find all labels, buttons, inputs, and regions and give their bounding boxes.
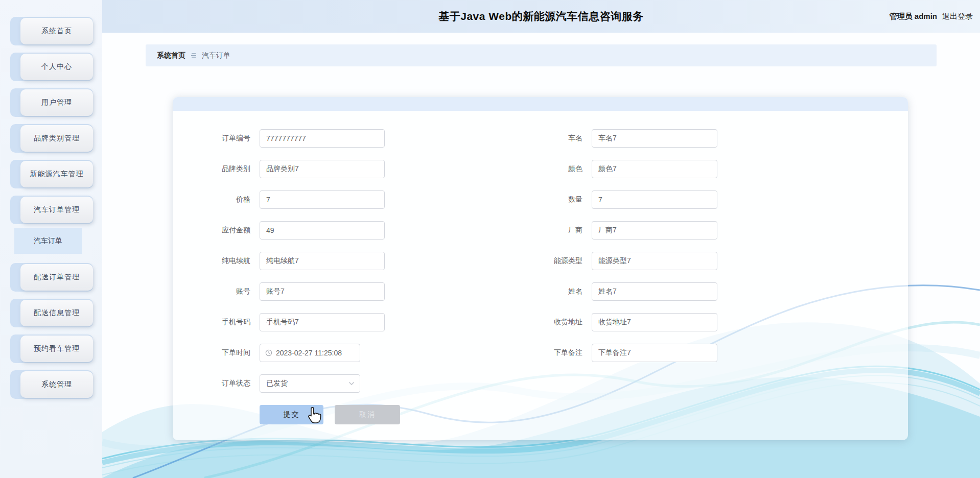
form-row-order-number: 订单编号 [182, 129, 400, 148]
sidebar-item-label: 预约看车管理 [20, 336, 93, 362]
form-row-shipping-address: 收货地址 [514, 313, 717, 331]
sidebar-item-appointment-viewing-management[interactable]: 预约看车管理 [10, 334, 93, 363]
field-label: 订单状态 [182, 379, 250, 388]
sidebar-item-car-order-management[interactable]: 汽车订单管理 [10, 196, 93, 224]
sidebar-subitem-car-order-active[interactable]: 汽车订单 [14, 228, 82, 254]
sidebar-item-label: 系统首页 [20, 18, 93, 44]
user-name: admin [915, 12, 937, 20]
submit-button[interactable]: 提交 [260, 405, 323, 424]
field-label: 品牌类别 [182, 164, 250, 174]
name-input[interactable] [592, 282, 717, 301]
field-label: 手机号码 [182, 318, 250, 327]
order-number-input[interactable] [260, 129, 385, 148]
field-label: 下单备注 [514, 348, 582, 357]
sidebar-item-personal-center[interactable]: 个人中心 [10, 53, 93, 81]
field-label: 能源类型 [514, 256, 582, 266]
user-identity: 管理员 admin [890, 12, 937, 21]
field-label: 下单时间 [182, 348, 250, 357]
form-row-order-status: 订单状态 已发货 [182, 374, 400, 393]
sidebar-item-label: 系统管理 [20, 371, 93, 398]
field-label: 纯电续航 [182, 256, 250, 266]
phone-input[interactable] [260, 313, 385, 331]
form-row-amount-due: 应付金额 [182, 221, 400, 240]
logout-link[interactable]: 退出登录 [942, 12, 973, 21]
form-row-electric-range: 纯电续航 [182, 252, 400, 270]
user-role: 管理员 [890, 12, 913, 20]
form-row-manufacturer: 厂商 [514, 221, 717, 240]
shipping-address-input[interactable] [592, 313, 717, 331]
field-label: 订单编号 [182, 134, 250, 143]
sidebar-item-brand-category-management[interactable]: 品牌类别管理 [10, 124, 93, 153]
form-row-account: 账号 [182, 282, 400, 301]
menu-lines-icon [191, 53, 197, 58]
field-label: 收货地址 [514, 318, 582, 327]
manufacturer-input[interactable] [592, 221, 717, 240]
page-title: 基于Java Web的新能源汽车信息咨询服务 [438, 9, 644, 23]
form-row-car-name: 车名 [514, 129, 717, 148]
header-user-area: 管理员 admin 退出登录 [890, 0, 973, 33]
sidebar-item-label: 个人中心 [20, 54, 93, 80]
field-label: 厂商 [514, 226, 582, 235]
main-content: 系统首页 汽车订单 订单编号 品牌类别 价格 应付金额 [102, 33, 980, 478]
energy-type-input[interactable] [592, 252, 717, 270]
form-row-brand-category: 品牌类别 [182, 160, 400, 178]
sidebar-item-user-management[interactable]: 用户管理 [10, 88, 93, 117]
field-label: 账号 [182, 287, 250, 296]
brand-category-input[interactable] [260, 160, 385, 178]
form-row-quantity: 数量 [514, 190, 717, 209]
order-status-select[interactable]: 已发货 [260, 374, 360, 393]
chevron-down-icon [348, 381, 355, 386]
account-input[interactable] [260, 282, 385, 301]
sidebar-item-home[interactable]: 系统首页 [10, 17, 93, 45]
electric-range-input[interactable] [260, 252, 385, 270]
quantity-input[interactable] [592, 190, 717, 209]
sidebar: 系统首页 个人中心 用户管理 品牌类别管理 新能源汽车管理 汽车订单管理 汽车订… [0, 0, 102, 478]
clock-icon [265, 349, 272, 356]
breadcrumb: 系统首页 汽车订单 [146, 44, 937, 66]
order-form-card: 订单编号 品牌类别 价格 应付金额 纯电续航 账号 [173, 97, 908, 440]
form-row-energy-type: 能源类型 [514, 252, 717, 270]
field-label: 数量 [514, 195, 582, 204]
form-row-phone: 手机号码 [182, 313, 400, 331]
price-input[interactable] [260, 190, 385, 209]
breadcrumb-home-link[interactable]: 系统首页 [157, 51, 185, 60]
field-label: 车名 [514, 134, 582, 143]
form-row-order-remark: 下单备注 [514, 344, 717, 362]
amount-due-input[interactable] [260, 221, 385, 240]
sidebar-item-delivery-order-management[interactable]: 配送订单管理 [10, 263, 93, 292]
order-time-value: 2023-02-27 11:25:08 [276, 349, 342, 357]
form-right-column: 车名 颜色 数量 厂商 能源类型 姓名 [514, 129, 717, 374]
sidebar-item-label: 汽车订单管理 [20, 197, 93, 223]
sidebar-item-label: 配送订单管理 [20, 264, 93, 291]
field-label: 姓名 [514, 287, 582, 296]
sidebar-item-delivery-info-management[interactable]: 配送信息管理 [10, 299, 93, 327]
sidebar-subitem-label: 汽车订单 [34, 236, 62, 246]
form-row-price: 价格 [182, 190, 400, 209]
form-row-order-time: 下单时间 2023-02-27 11:25:08 [182, 344, 400, 362]
sidebar-menu: 系统首页 个人中心 用户管理 品牌类别管理 新能源汽车管理 汽车订单管理 汽车订… [0, 0, 102, 399]
order-time-picker[interactable]: 2023-02-27 11:25:08 [260, 344, 360, 362]
form-actions: 提交 取消 [182, 405, 400, 424]
order-status-value: 已发货 [266, 379, 288, 388]
sidebar-item-nev-management[interactable]: 新能源汽车管理 [10, 160, 93, 188]
form-left-column: 订单编号 品牌类别 价格 应付金额 纯电续航 账号 [182, 129, 400, 424]
field-label: 颜色 [514, 164, 582, 174]
sidebar-item-label: 用户管理 [20, 89, 93, 116]
sidebar-item-label: 新能源汽车管理 [20, 161, 93, 187]
form-row-color: 颜色 [514, 160, 717, 178]
car-name-input[interactable] [592, 129, 717, 148]
sidebar-item-label: 品牌类别管理 [20, 125, 93, 152]
sidebar-item-label: 配送信息管理 [20, 300, 93, 326]
color-input[interactable] [592, 160, 717, 178]
field-label: 应付金额 [182, 226, 250, 235]
form-row-name: 姓名 [514, 282, 717, 301]
sidebar-item-system-management[interactable]: 系统管理 [10, 370, 93, 399]
field-label: 价格 [182, 195, 250, 204]
card-header-strip [173, 97, 908, 111]
breadcrumb-current: 汽车订单 [202, 51, 230, 60]
order-remark-input[interactable] [592, 344, 717, 362]
cancel-button[interactable]: 取消 [335, 405, 400, 424]
header: 基于Java Web的新能源汽车信息咨询服务 管理员 admin 退出登录 [102, 0, 980, 33]
